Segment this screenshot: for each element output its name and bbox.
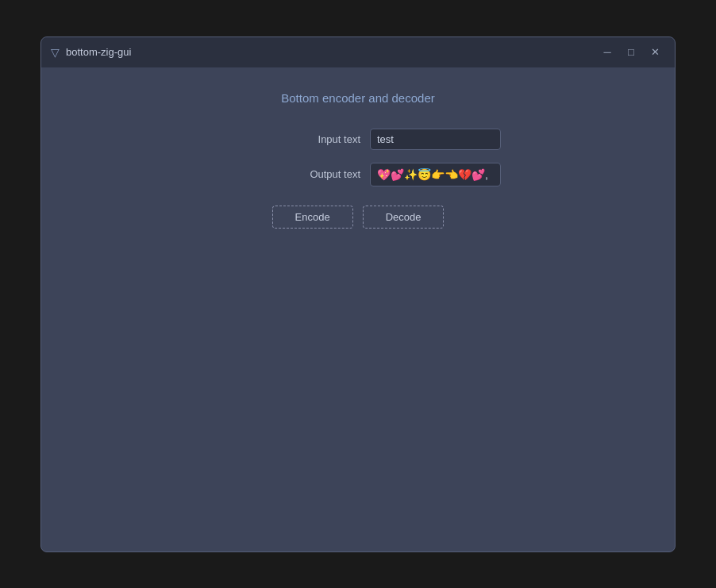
decode-button[interactable]: Decode bbox=[363, 206, 445, 229]
app-icon: ▽ bbox=[51, 46, 60, 59]
minimize-button[interactable]: ─ bbox=[597, 44, 618, 60]
output-text-field: 💖💕✨😇👉👈💔💕, bbox=[370, 163, 501, 186]
app-heading: Bottom encoder and decoder bbox=[281, 91, 434, 105]
input-label: Input text bbox=[289, 133, 360, 145]
titlebar-controls: ─ □ ✕ bbox=[597, 44, 665, 60]
encode-button[interactable]: Encode bbox=[272, 206, 353, 229]
form-area: Input text Output text 💖💕✨😇👉👈💔💕, Encode … bbox=[215, 129, 501, 229]
buttons-area: Encode Decode bbox=[215, 206, 501, 229]
output-row: Output text 💖💕✨😇👉👈💔💕, bbox=[215, 163, 501, 186]
input-text-field[interactable] bbox=[370, 129, 501, 150]
close-button[interactable]: ✕ bbox=[645, 44, 665, 60]
input-row: Input text bbox=[215, 129, 501, 150]
main-content: Bottom encoder and decoder Input text Ou… bbox=[41, 67, 675, 551]
maximize-button[interactable]: □ bbox=[621, 44, 641, 60]
titlebar: ▽ bottom-zig-gui ─ □ ✕ bbox=[41, 37, 675, 67]
app-window: ▽ bottom-zig-gui ─ □ ✕ Bottom encoder an… bbox=[40, 37, 676, 552]
titlebar-left: ▽ bottom-zig-gui bbox=[51, 46, 131, 59]
output-label: Output text bbox=[289, 168, 360, 180]
window-title: bottom-zig-gui bbox=[66, 46, 131, 58]
